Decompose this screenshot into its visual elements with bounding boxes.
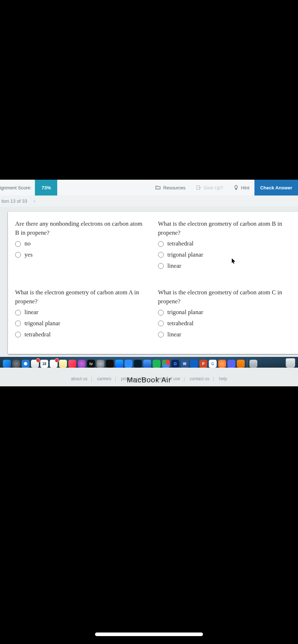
- option-label: no: [24, 239, 31, 248]
- option-label: trigonal planar: [167, 308, 203, 317]
- option[interactable]: trigonal planar: [15, 319, 148, 328]
- dock-finder-icon[interactable]: [3, 360, 11, 368]
- dock-discord-icon[interactable]: [227, 360, 235, 368]
- hint-button[interactable]: Hint: [228, 180, 254, 196]
- dock-podcasts-icon[interactable]: [78, 360, 86, 368]
- option-label: tetrahedral: [167, 239, 194, 248]
- hint-label: Hint: [241, 185, 249, 190]
- option-label: linear: [167, 262, 181, 271]
- option-label: tetrahedral: [167, 319, 194, 328]
- option-label: linear: [24, 308, 39, 317]
- dock-outlook-icon[interactable]: O: [171, 360, 179, 368]
- option[interactable]: yes: [15, 250, 148, 259]
- dock-calendar-icon[interactable]: 18: [40, 360, 48, 368]
- option-label: linear: [167, 330, 181, 339]
- dock-stocks-icon[interactable]: [106, 360, 114, 368]
- dock-vlc-icon[interactable]: [237, 360, 245, 368]
- option[interactable]: tetrahedral: [15, 330, 148, 339]
- question-prompt: Are there any nonbonding electrons on ca…: [15, 220, 148, 237]
- option-label: tetrahedral: [24, 330, 51, 339]
- option-label: trigonal planar: [167, 250, 203, 259]
- folder-icon: [155, 185, 161, 190]
- radio-icon: [15, 321, 21, 326]
- option[interactable]: linear: [15, 308, 148, 317]
- dock-bluetooth-icon[interactable]: [190, 360, 198, 368]
- exit-icon: [196, 185, 202, 190]
- dock-googledrive-icon[interactable]: G: [209, 360, 217, 368]
- macos-dock[interactable]: 18tvOWPG: [0, 357, 298, 368]
- home-indicator[interactable]: [95, 632, 203, 636]
- resources-button[interactable]: Resources: [150, 180, 190, 196]
- toolbar: ignment Score: 73% Resources Give Up? Hi…: [0, 180, 298, 196]
- dock-launchpad-icon[interactable]: [12, 360, 20, 368]
- radio-icon: [158, 310, 164, 316]
- dock-trash-icon[interactable]: [286, 358, 295, 368]
- option[interactable]: tetrahedral: [158, 239, 291, 248]
- dock-zoom-icon[interactable]: [125, 360, 132, 368]
- option[interactable]: linear: [158, 330, 291, 339]
- resources-label: Resources: [163, 185, 185, 190]
- score-badge: 73%: [35, 180, 57, 196]
- radio-icon: [158, 321, 164, 326]
- dock-downloads-icon[interactable]: [249, 360, 257, 368]
- dock-photoshop-icon[interactable]: [134, 360, 142, 368]
- radio-icon: [15, 310, 21, 316]
- give-up-label: Give Up?: [204, 185, 223, 190]
- radio-icon: [158, 252, 164, 258]
- dock-mail-icon[interactable]: [31, 360, 39, 368]
- question-2: What is the electron geometry of carbon …: [158, 220, 291, 270]
- dock-xcode-icon[interactable]: [143, 360, 151, 368]
- radio-icon: [15, 252, 21, 258]
- chevron-right-icon: ›: [33, 198, 35, 204]
- bulb-icon: [233, 185, 239, 190]
- option[interactable]: no: [15, 239, 148, 248]
- score-label: ignment Score:: [0, 185, 35, 190]
- dock-firefox-icon[interactable]: [218, 360, 226, 368]
- device-label: MacBook Air: [0, 376, 298, 384]
- question-counter: tion 13 of 33: [1, 198, 27, 204]
- app-screen: ignment Score: 73% Resources Give Up? Hi…: [0, 180, 298, 386]
- dock-spotify-icon[interactable]: [153, 360, 161, 368]
- option[interactable]: tetrahedral: [158, 319, 291, 328]
- question-prompt: What is the electron geometry of carbon …: [15, 288, 148, 306]
- radio-icon: [158, 263, 164, 269]
- option-label: yes: [24, 250, 33, 259]
- question-prompt: What is the electron geometry of carbon …: [158, 220, 291, 237]
- dock-powerpoint-icon[interactable]: P: [199, 360, 207, 368]
- dock-chrome-icon[interactable]: [162, 360, 170, 368]
- option[interactable]: linear: [158, 262, 291, 271]
- radio-icon: [15, 241, 21, 247]
- radio-icon: [15, 332, 21, 337]
- dock-reminders-icon[interactable]: [50, 360, 58, 368]
- radio-icon: [158, 241, 164, 247]
- question-prompt: What is the electron geometry of carbon …: [158, 288, 291, 306]
- dock-safari-icon[interactable]: [22, 360, 30, 368]
- cursor-icon: [232, 258, 236, 264]
- option[interactable]: trigonal planar: [158, 250, 291, 259]
- give-up-button: Give Up?: [191, 180, 228, 196]
- question-1: Are there any nonbonding electrons on ca…: [15, 220, 148, 270]
- option[interactable]: trigonal planar: [158, 308, 291, 317]
- question-4: What is the electron geometry of carbon …: [158, 288, 291, 339]
- option-label: trigonal planar: [24, 319, 60, 328]
- dock-appletv-icon[interactable]: tv: [87, 360, 95, 368]
- question-3: What is the electron geometry of carbon …: [15, 288, 148, 339]
- question-card: Are there any nonbonding electrons on ca…: [8, 212, 298, 354]
- question-nav[interactable]: tion 13 of 33 ›: [0, 196, 298, 207]
- dock-word-icon[interactable]: W: [181, 360, 189, 368]
- dock-notes-icon[interactable]: [59, 360, 67, 368]
- dock-appstore-icon[interactable]: [115, 360, 123, 368]
- check-answer-button[interactable]: Check Answer: [254, 180, 298, 196]
- radio-icon: [158, 332, 164, 337]
- dock-music-icon[interactable]: [68, 360, 76, 368]
- dock-settings-icon[interactable]: [96, 360, 104, 368]
